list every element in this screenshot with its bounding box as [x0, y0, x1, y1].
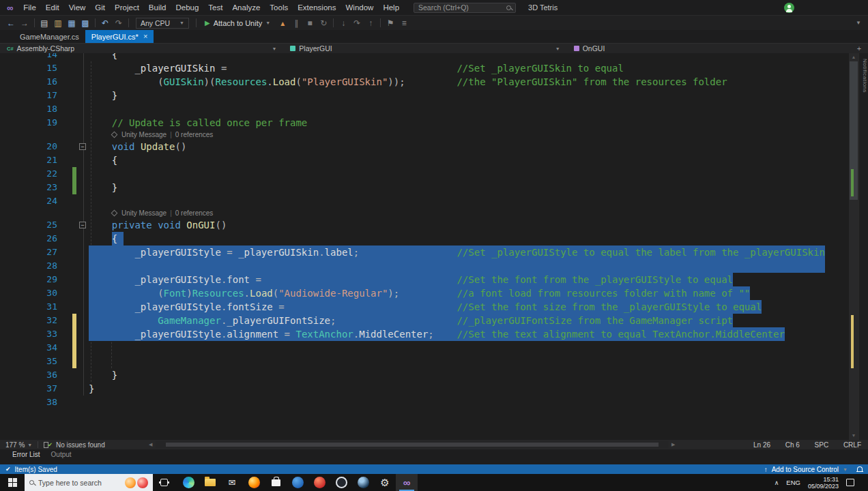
codelens-indicator[interactable]: Unity Message|0 references — [89, 209, 213, 217]
notifications-tool-window-tab[interactable]: Notifications — [858, 53, 868, 440]
line-number[interactable]: 16 — [16, 75, 57, 89]
line-number[interactable]: 28 — [16, 259, 57, 273]
code-line-text[interactable]: _playerGUIStyle = _playerGUISkin.label;/… — [89, 246, 849, 259]
taskbar-app-visual-studio[interactable]: ∞ — [396, 474, 418, 491]
code-line-text[interactable]: _playerGUIStyle.fontSize =//Set the font… — [89, 300, 849, 314]
code-line-text[interactable]: } — [89, 368, 849, 382]
line-number[interactable]: 36 — [16, 368, 57, 382]
menu-build[interactable]: Build — [144, 2, 171, 13]
line-number[interactable]: 34 — [16, 341, 57, 355]
line-number[interactable]: 30 — [16, 286, 57, 300]
outline-icon[interactable]: ≡ — [397, 16, 411, 30]
undo-icon[interactable]: ↶ — [98, 16, 112, 30]
code-line[interactable]: 15 _playerGUISkin =//Set _playerGUISkin … — [0, 61, 849, 75]
code-line[interactable]: 24 — [0, 194, 849, 208]
codelens-row[interactable]: Unity Message|0 references — [0, 208, 849, 218]
menu-git[interactable]: Git — [90, 2, 110, 13]
code-line-text[interactable]: _playerGUISkin =//Set _playerGUISkin to … — [89, 61, 849, 75]
menu-window[interactable]: Window — [341, 2, 378, 13]
menu-edit[interactable]: Edit — [41, 2, 64, 13]
code-line[interactable]: 18 — [0, 102, 849, 116]
line-number[interactable]: 15 — [16, 61, 57, 75]
code-line-text[interactable]: } — [89, 89, 849, 102]
taskbar-app-mail[interactable]: ✉ — [221, 474, 243, 491]
code-line[interactable]: 29 _playerGUIStyle.font =//Set the font … — [0, 273, 849, 286]
back-arrow[interactable]: ← — [4, 16, 18, 30]
line-indicator[interactable]: Ln 26 — [753, 441, 770, 449]
code-line-text[interactable] — [89, 341, 849, 355]
horizontal-scrollbar-thumb[interactable] — [166, 443, 659, 447]
vertical-scrollbar[interactable]: ▲ ▼ — [849, 53, 858, 440]
scroll-up-arrow-icon[interactable]: ▲ — [849, 53, 858, 61]
tab-playergui-cs[interactable]: PlayerGUI.cs*× — [85, 30, 154, 43]
codelens-kind-label[interactable]: Unity Message — [121, 131, 167, 138]
taskbar-app-store[interactable] — [265, 474, 287, 491]
source-control-button[interactable]: ↑ Add to Source Control ▼ — [764, 466, 868, 473]
code-line-text[interactable] — [89, 396, 849, 409]
code-line[interactable]: 25− private void OnGUI() — [0, 218, 849, 232]
code-line-text[interactable]: void Update() — [89, 140, 849, 153]
line-ending-indicator[interactable]: CRLF — [843, 441, 861, 449]
fold-collapse-icon[interactable]: − — [79, 143, 86, 150]
line-number[interactable]: 24 — [16, 194, 57, 208]
code-line-text[interactable] — [89, 355, 849, 368]
indentation-indicator[interactable]: SPC — [815, 441, 829, 449]
action-center-icon[interactable] — [846, 479, 854, 486]
code-line-text[interactable]: } — [89, 382, 849, 396]
code-line-text[interactable] — [89, 259, 849, 273]
code-line-text[interactable] — [89, 194, 849, 208]
open-file-icon[interactable]: ▥ — [51, 16, 65, 30]
code-line-text[interactable]: (Font)Resources.Load("Audiowide-Regular"… — [89, 286, 849, 300]
redo-icon[interactable]: ↷ — [112, 16, 126, 30]
breadcrumb-item-playergui[interactable]: PlayerGUI▼ — [283, 44, 566, 53]
account-avatar[interactable] — [784, 3, 794, 13]
taskbar-app-edge[interactable] — [177, 474, 199, 491]
line-number[interactable]: 29 — [16, 273, 57, 286]
codelens-row[interactable]: Unity Message|0 references — [0, 130, 849, 140]
code-line-text[interactable]: private void OnGUI() — [89, 218, 849, 232]
menu-project[interactable]: Project — [110, 2, 144, 13]
breadcrumb-item-ongui[interactable]: OnGUI — [567, 44, 850, 53]
close-icon[interactable]: × — [143, 33, 147, 40]
code-line-text[interactable]: } — [89, 181, 849, 194]
menu-debug[interactable]: Debug — [171, 2, 203, 13]
menu-view[interactable]: View — [64, 2, 91, 13]
code-line[interactable]: 28 — [0, 259, 849, 273]
zoom-control[interactable]: 177 % ▼ — [0, 441, 38, 449]
codelens-references-link[interactable]: 0 references — [175, 131, 214, 138]
line-number[interactable]: 18 — [16, 102, 57, 116]
line-number[interactable]: 20 — [16, 140, 57, 153]
menu-extensions[interactable]: Extensions — [293, 2, 341, 13]
code-line-text[interactable]: _playerGUIStyle.font =//Set the font fro… — [89, 273, 849, 286]
bookmark-icon[interactable]: ⚑ — [384, 16, 397, 30]
line-number[interactable]: 22 — [16, 167, 57, 181]
notifications-bell-icon[interactable] — [857, 466, 863, 472]
taskbar-app-steam[interactable] — [352, 474, 374, 491]
codelens-kind-label[interactable]: Unity Message — [121, 209, 167, 217]
step-into-icon[interactable]: ↓ — [336, 16, 350, 30]
line-number[interactable]: 17 — [16, 89, 57, 102]
taskbar-search-box[interactable]: Type here to search — [25, 474, 153, 491]
scroll-right-arrow-icon[interactable]: ▶ — [669, 442, 678, 447]
code-editor[interactable]: 14 {15 _playerGUISkin =//Set _playerGUIS… — [0, 53, 849, 440]
code-line-text[interactable]: (GUISkin)(Resources.Load("PlayerGUISkin"… — [89, 75, 849, 89]
code-line-text[interactable]: // Update is called once per frame — [89, 116, 849, 130]
forward-arrow[interactable]: → — [18, 16, 31, 30]
restart-icon[interactable]: ↻ — [317, 16, 330, 30]
taskbar-app-obs[interactable] — [330, 474, 352, 491]
column-indicator[interactable]: Ch 6 — [785, 441, 800, 449]
line-number[interactable]: 26 — [16, 232, 57, 246]
line-number[interactable]: 23 — [16, 181, 57, 194]
task-view-button[interactable] — [153, 474, 175, 491]
line-number[interactable]: 37 — [16, 382, 57, 396]
taskbar-app-settings[interactable]: ⚙ — [374, 474, 396, 491]
scroll-left-arrow-icon[interactable]: ◀ — [146, 442, 156, 447]
code-line[interactable]: 33 _playerGUIStyle.alignment = TextAncho… — [0, 327, 849, 341]
code-line[interactable]: 14 { — [0, 53, 849, 61]
stop-icon[interactable]: ■ — [303, 16, 317, 30]
breadcrumb-item-assembly-csharp[interactable]: C#Assembly-CSharp▼ — [0, 44, 283, 53]
line-number[interactable]: 32 — [16, 314, 57, 327]
menu-test[interactable]: Test — [203, 2, 227, 13]
save-all-icon[interactable]: ▩ — [78, 16, 92, 30]
code-line[interactable]: 38 — [0, 396, 849, 409]
